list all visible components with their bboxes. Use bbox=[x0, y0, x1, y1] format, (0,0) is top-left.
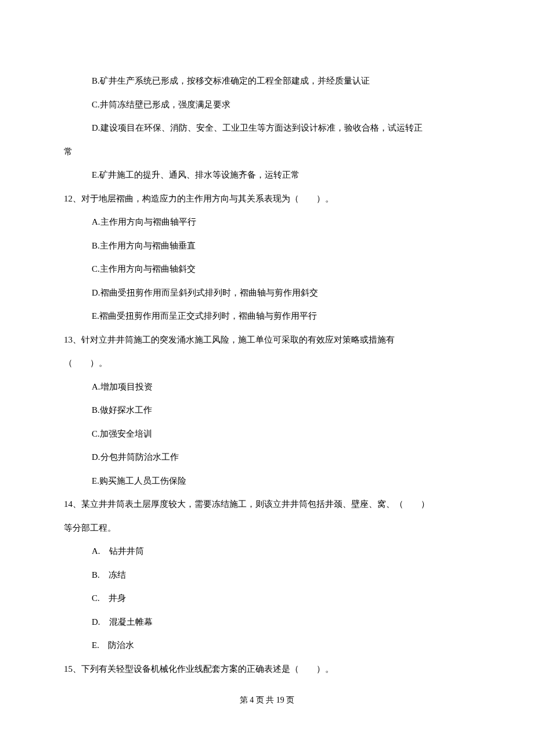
option-text: 常 bbox=[64, 147, 73, 156]
question-stem: 12、对于地层褶曲，构造应力的主作用方向与其关系表现为（ ）。 bbox=[64, 194, 334, 203]
option-text: E.矿井施工的提升、通风、排水等设施齐备，运转正常 bbox=[92, 170, 300, 179]
option-text: B.做好探水工作 bbox=[92, 405, 152, 415]
question-stem: 15、下列有关轻型设备机械化作业线配套方案的正确表述是（ ）。 bbox=[64, 664, 334, 674]
q12-option-D: D.褶曲受扭剪作用而呈斜列式排列时，褶曲轴与剪作用斜交 bbox=[92, 286, 470, 300]
q13-option-C: C.加强安全培训 bbox=[92, 427, 470, 441]
option-text: C.主作用方向与褶曲轴斜交 bbox=[92, 264, 196, 273]
question-stem-cont: 等分部工程。 bbox=[64, 523, 116, 532]
option-text: A.主作用方向与褶曲轴平行 bbox=[92, 217, 196, 226]
option-D: D.建设项目在环保、消防、安全、工业卫生等方面达到设计标准，验收合格，试运转正 bbox=[92, 121, 470, 135]
q13-option-A: A.增加项目投资 bbox=[92, 380, 470, 394]
option-B: B.矿井生产系统已形成，按移交标准确定的工程全部建成，并经质量认证 bbox=[92, 74, 470, 88]
option-text: D.建设项目在环保、消防、安全、工业卫生等方面达到设计标准，验收合格，试运转正 bbox=[92, 123, 423, 132]
question-stem: 13、针对立井井筒施工的突发涌水施工风险，施工单位可采取的有效应对策略或措施有 bbox=[64, 335, 395, 344]
q14-option-E: E. 防治水 bbox=[92, 639, 470, 652]
q13-option-D: D.分包井筒防治水工作 bbox=[92, 451, 470, 464]
q14-option-B: B. 冻结 bbox=[92, 568, 470, 582]
q12-option-B: B.主作用方向与褶曲轴垂直 bbox=[92, 239, 470, 253]
option-text: B.主作用方向与褶曲轴垂直 bbox=[92, 241, 196, 250]
option-text: E.购买施工人员工伤保险 bbox=[92, 476, 186, 485]
option-text: A.增加项目投资 bbox=[92, 382, 153, 391]
option-D-continuation: 常 bbox=[64, 145, 470, 159]
q14-option-A: A. 钻井井筒 bbox=[92, 545, 470, 558]
question-13-continuation: （ ）。 bbox=[64, 357, 470, 370]
question-15: 15、下列有关轻型设备机械化作业线配套方案的正确表述是（ ）。 bbox=[64, 663, 470, 676]
q13-option-B: B.做好探水工作 bbox=[92, 404, 470, 417]
option-text: D.褶曲受扭剪作用而呈斜列式排列时，褶曲轴与剪作用斜交 bbox=[92, 288, 318, 297]
option-E: E.矿井施工的提升、通风、排水等设施齐备，运转正常 bbox=[92, 168, 470, 182]
q13-option-E: E.购买施工人员工伤保险 bbox=[92, 474, 470, 488]
question-stem: 14、某立井井筒表土层厚度较大，需要冻结施工，则该立井井筒包括井颈、壁座、窝、（… bbox=[64, 499, 430, 509]
question-14: 14、某立井井筒表土层厚度较大，需要冻结施工，则该立井井筒包括井颈、壁座、窝、（… bbox=[64, 498, 470, 511]
option-text: D.分包井筒防治水工作 bbox=[92, 452, 179, 462]
option-text: C.加强安全培训 bbox=[92, 429, 152, 438]
q12-option-E: E.褶曲受扭剪作用而呈正交式排列时，褶曲轴与剪作用平行 bbox=[92, 309, 470, 323]
question-13: 13、针对立井井筒施工的突发涌水施工风险，施工单位可采取的有效应对策略或措施有 bbox=[64, 333, 470, 347]
option-C: C.井筒冻结壁已形成，强度满足要求 bbox=[92, 98, 470, 111]
question-stem-cont: （ ）。 bbox=[64, 358, 107, 368]
question-12: 12、对于地层褶曲，构造应力的主作用方向与其关系表现为（ ）。 bbox=[64, 192, 470, 206]
q14-option-C: C. 井身 bbox=[92, 592, 470, 605]
q14-option-D: D. 混凝土帷幕 bbox=[92, 615, 470, 629]
option-text: B.矿井生产系统已形成，按移交标准确定的工程全部建成，并经质量认证 bbox=[92, 76, 370, 85]
page-footer: 第 4 页 共 19 页 bbox=[64, 694, 470, 706]
option-text: E.褶曲受扭剪作用而呈正交式排列时，褶曲轴与剪作用平行 bbox=[92, 311, 317, 321]
page-number: 第 4 页 共 19 页 bbox=[240, 696, 295, 704]
q12-option-A: A.主作用方向与褶曲轴平行 bbox=[92, 215, 470, 229]
option-text: E. 防治水 bbox=[92, 640, 134, 650]
option-text: D. 混凝土帷幕 bbox=[92, 617, 153, 627]
option-text: C. 井身 bbox=[92, 593, 126, 603]
q12-option-C: C.主作用方向与褶曲轴斜交 bbox=[92, 262, 470, 276]
option-text: A. 钻井井筒 bbox=[92, 546, 144, 556]
option-text: B. 冻结 bbox=[92, 570, 126, 579]
option-text: C.井筒冻结壁已形成，强度满足要求 bbox=[92, 100, 230, 109]
question-14-continuation: 等分部工程。 bbox=[64, 521, 470, 535]
